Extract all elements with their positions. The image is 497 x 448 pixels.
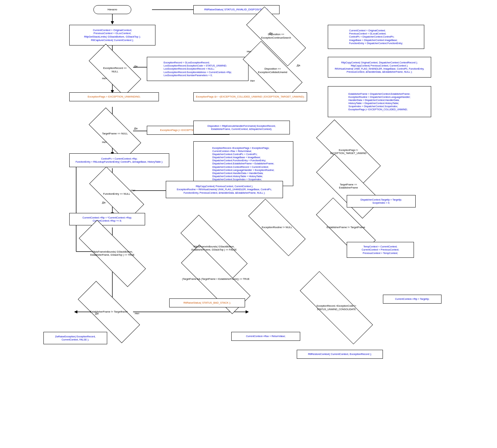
label-нет-disp2: Нет	[250, 79, 255, 82]
rtl-is-frame-in-bounds-true: RtlpIsFrameInBounds( GStackBottom,Establ…	[76, 240, 149, 267]
target-frame-ge-estab: (TargetFrame && (TargetFrame < Establish…	[178, 265, 254, 293]
set-current-rip: CurrentContext->Rip = *CurrentContext->R…	[69, 213, 145, 225]
label-нет-2: Нет	[102, 141, 107, 144]
set-estab-frame: EstablisherFrame = DispatcherContext.Est…	[328, 86, 431, 117]
current-rax-return-value: CurrentContext->Rax = ReturnValue;	[231, 332, 300, 341]
label-нет-1: Нет	[102, 77, 107, 80]
set-context1-node: CurrentContext = OriginalContext; Previo…	[69, 25, 155, 45]
set-disp-target-ip: DispatcherContext.TargetIp = TargetIp; S…	[347, 195, 416, 207]
function-entry-null: FunctionEntry == NULL	[88, 181, 145, 207]
estab-frame-ne-targetframe-bottom: EstablisherFrame != Targetframe	[76, 298, 142, 326]
label-да-disp2: Да	[297, 64, 300, 67]
set-exc-flags1: ExceptionFlags = EXCEPTION_UNWINDING;	[69, 92, 159, 101]
disp-exc-continue-search: Disposition ==ExceptionContinueSearch	[245, 22, 307, 50]
zw-raise-exception: ZwRaiseException( ExceptionRecord, Curre…	[43, 332, 107, 344]
label-да-1: Да	[134, 65, 138, 68]
label-да-2: Да	[134, 127, 138, 130]
flowchart: Начало RtlRaiseStatus( STATUS_INVALID_DI…	[42, 3, 455, 445]
set-exc-flags-collided: ExceptionFlags &= ~(EXCEPTION_COLLIDED_U…	[193, 92, 307, 101]
temp-context-swap: TempContext = CurrentContext; CurrentCon…	[347, 242, 414, 258]
rtlp-copy-context: RtlpCopyContext( OriginalContext, Dispat…	[328, 57, 431, 78]
target-frame-null: TargetFrame == NULL	[88, 121, 142, 146]
svg-marker-33	[246, 310, 248, 313]
set-loc-exc-record: ExceptionRecord = GLocExceptionRecord; L…	[147, 57, 248, 81]
start-node: Начало	[93, 5, 131, 14]
exc-flags-target-unwind: ExceptionFlags !=EXCEPTION_TARGET_UNWIND	[314, 138, 383, 165]
exc-code-ne-status-unwind: ExceptionRecord->ExceptionCode !=STATUS_…	[297, 293, 376, 322]
exc-routine-null: ExceptionRoutine != NULL	[247, 214, 307, 240]
label-да-3: Да	[102, 201, 105, 204]
rtl-restore-context: RtlRestoreContext( CurrentContext, Excep…	[297, 350, 383, 359]
estab-frame-ne-targetframe-right: EstablisherFrame != TargetFrame	[314, 214, 378, 240]
set-context2-node: CurrentContext = OriginalContext; Previo…	[328, 25, 424, 49]
svg-marker-1	[111, 21, 114, 24]
exc-rec-null: ExceptionRecord ==NULL	[88, 57, 142, 83]
disp-exec-handler: Disposition = RtlpExecuteHandlerForUnwin…	[193, 121, 290, 134]
set-disp-context: ExceptionRecord->ExceptionFlags = Except…	[193, 141, 293, 186]
label-нет-disp1: Нет	[247, 50, 252, 53]
rtl-raise-status-bad-stack: RtlRaiseStatus( STATUS_BAD_STACK );	[169, 298, 245, 307]
label-нет-bottom: Нет	[135, 312, 140, 315]
rtlp-copy-context2: RtlpCopyContext( PreviousContext, Curren…	[166, 181, 283, 198]
set-control-pc: ControlPc = CurrentContext->Rip; Functio…	[69, 153, 169, 167]
current-rip-target-ip: CurrentContext->Rip = TargetIp;	[383, 295, 442, 304]
